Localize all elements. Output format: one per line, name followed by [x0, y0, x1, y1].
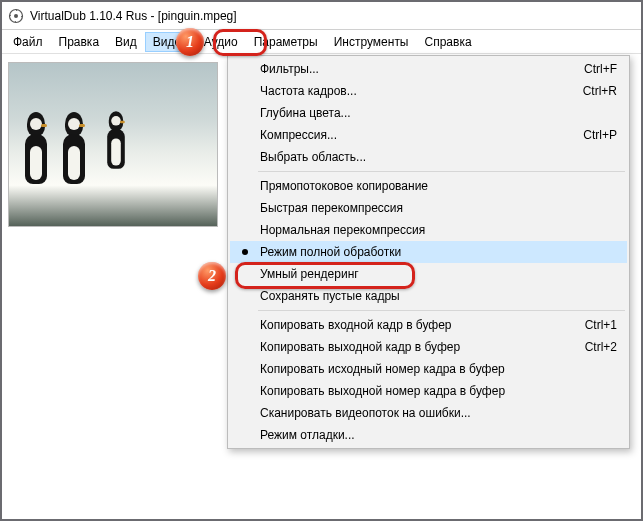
menu-item-label: Копировать выходной номер кадра в буфер: [256, 384, 567, 398]
menu-item-shortcut: Ctrl+2: [567, 340, 623, 354]
menu-item-label: Прямопотоковое копирование: [256, 179, 567, 193]
menu-item-label: Нормальная перекомпрессия: [256, 223, 567, 237]
video-preview-panel: [8, 62, 218, 412]
menu-separator: [258, 310, 625, 311]
menu-item[interactable]: Нормальная перекомпрессия: [230, 219, 627, 241]
menu-инструменты[interactable]: Инструменты: [326, 32, 417, 52]
menu-item-label: Копировать входной кадр в буфер: [256, 318, 567, 332]
menu-item[interactable]: Режим полной обработки: [230, 241, 627, 263]
menu-item-shortcut: Ctrl+P: [567, 128, 623, 142]
menu-item-label: Копировать выходной кадр в буфер: [256, 340, 567, 354]
video-content: [57, 112, 91, 184]
menu-item[interactable]: Частота кадров...Ctrl+R: [230, 80, 627, 102]
menu-item-shortcut: Ctrl+R: [567, 84, 623, 98]
menu-item[interactable]: Умный рендеринг: [230, 263, 627, 285]
annotation-badge-2: 2: [198, 262, 226, 290]
menu-item[interactable]: Сканировать видеопоток на ошибки...: [230, 402, 627, 424]
titlebar: VirtualDub 1.10.4 Rus - [pinguin.mpeg]: [2, 2, 641, 30]
menu-item[interactable]: Компрессия...Ctrl+P: [230, 124, 627, 146]
menu-item-label: Выбрать область...: [256, 150, 567, 164]
menu-вид[interactable]: Вид: [107, 32, 145, 52]
svg-point-1: [14, 14, 18, 18]
menu-item-shortcut: Ctrl+F: [567, 62, 623, 76]
video-content: [102, 111, 129, 169]
app-icon: [8, 8, 24, 24]
menu-item-shortcut: Ctrl+1: [567, 318, 623, 332]
video-menu-dropdown: Фильтры...Ctrl+FЧастота кадров...Ctrl+RГ…: [227, 55, 630, 449]
menu-item-label: Частота кадров...: [256, 84, 567, 98]
menubar: ФайлПравкаВидПерейтиВидеоАудиоПараметрыИ…: [2, 30, 641, 54]
menu-item-label: Быстрая перекомпрессия: [256, 201, 567, 215]
menu-справка[interactable]: Справка: [417, 32, 480, 52]
menu-item[interactable]: Копировать выходной номер кадра в буфер: [230, 380, 627, 402]
menu-separator: [258, 171, 625, 172]
menu-item[interactable]: Быстрая перекомпрессия: [230, 197, 627, 219]
menu-item-label: Сканировать видеопоток на ошибки...: [256, 406, 567, 420]
menu-item-label: Умный рендеринг: [256, 267, 567, 281]
menu-item[interactable]: Сохранять пустые кадры: [230, 285, 627, 307]
menu-файл[interactable]: Файл: [5, 32, 51, 52]
video-frame: [8, 62, 218, 227]
menu-item-label: Компрессия...: [256, 128, 567, 142]
annotation-badge-1: 1: [176, 28, 204, 56]
menu-item[interactable]: Выбрать область...: [230, 146, 627, 168]
menu-item[interactable]: Глубина цвета...: [230, 102, 627, 124]
window-title: VirtualDub 1.10.4 Rus - [pinguin.mpeg]: [30, 9, 237, 23]
menu-item-label: Режим отладки...: [256, 428, 567, 442]
video-content: [19, 112, 53, 184]
app-window: VirtualDub 1.10.4 Rus - [pinguin.mpeg] Ф…: [0, 0, 643, 521]
menu-item[interactable]: Прямопотоковое копирование: [230, 175, 627, 197]
menu-параметры[interactable]: Параметры: [246, 32, 326, 52]
menu-item-label: Копировать исходный номер кадра в буфер: [256, 362, 567, 376]
menu-item-label: Режим полной обработки: [256, 245, 567, 259]
menu-item-label: Фильтры...: [256, 62, 567, 76]
menu-item-label: Сохранять пустые кадры: [256, 289, 567, 303]
menu-item[interactable]: Режим отладки...: [230, 424, 627, 446]
menu-item[interactable]: Копировать входной кадр в буферCtrl+1: [230, 314, 627, 336]
radio-bullet-icon: [234, 249, 256, 255]
menu-item[interactable]: Копировать выходной кадр в буферCtrl+2: [230, 336, 627, 358]
menu-item-label: Глубина цвета...: [256, 106, 567, 120]
menu-правка[interactable]: Правка: [51, 32, 108, 52]
menu-item[interactable]: Фильтры...Ctrl+F: [230, 58, 627, 80]
menu-item[interactable]: Копировать исходный номер кадра в буфер: [230, 358, 627, 380]
